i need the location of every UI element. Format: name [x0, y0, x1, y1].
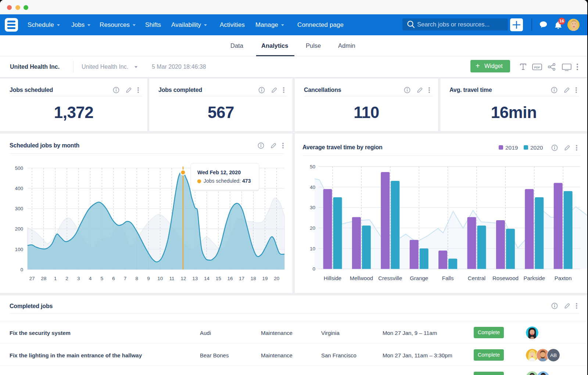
svg-text:13: 13: [192, 276, 198, 281]
svg-text:27: 27: [29, 276, 35, 281]
svg-text:Parkside: Parkside: [524, 275, 545, 281]
svg-text:Wed Feb 12, 2020: Wed Feb 12, 2020: [197, 169, 241, 175]
svg-text:500: 500: [15, 165, 23, 171]
svg-text:PDF: PDF: [534, 66, 540, 69]
svg-text:200: 200: [15, 226, 23, 232]
svg-text:18: 18: [251, 276, 256, 281]
svg-text:3: 3: [77, 276, 80, 281]
svg-text:10: 10: [310, 246, 315, 251]
svg-text:Cressville: Cressville: [378, 275, 402, 281]
svg-text:15: 15: [216, 276, 221, 281]
svg-text:Mellwood: Mellwood: [350, 275, 373, 281]
svg-text:14: 14: [204, 276, 210, 281]
svg-text:Central: Central: [468, 275, 485, 281]
svg-text:12: 12: [181, 276, 186, 281]
svg-text:Falls: Falls: [442, 275, 454, 281]
svg-text:2: 2: [65, 276, 68, 281]
svg-text:300: 300: [15, 206, 23, 211]
svg-text:40: 40: [310, 185, 315, 190]
svg-text:Jobs scheduled: 473: Jobs scheduled: 473: [204, 178, 251, 184]
svg-text:Rosewood: Rosewood: [492, 275, 519, 281]
svg-text:11: 11: [169, 276, 174, 281]
svg-text:4: 4: [89, 276, 92, 281]
svg-text:10: 10: [157, 276, 163, 281]
svg-text:50: 50: [310, 164, 315, 169]
svg-text:Paxton: Paxton: [555, 275, 572, 281]
svg-text:1: 1: [54, 276, 57, 281]
svg-text:0: 0: [312, 266, 315, 272]
svg-text:Grange: Grange: [410, 275, 428, 281]
svg-text:19: 19: [262, 276, 268, 281]
svg-text:30: 30: [310, 205, 315, 210]
svg-text:400: 400: [15, 186, 23, 191]
svg-text:20: 20: [310, 225, 315, 231]
svg-text:9: 9: [147, 276, 150, 281]
svg-text:0: 0: [20, 267, 23, 272]
svg-text:17: 17: [239, 276, 244, 281]
svg-text:Hillside: Hillside: [324, 275, 341, 281]
svg-text:6: 6: [112, 276, 115, 281]
svg-text:5: 5: [100, 276, 103, 281]
svg-text:16: 16: [227, 276, 233, 281]
svg-text:28: 28: [41, 276, 46, 281]
svg-text:100: 100: [15, 247, 23, 252]
svg-text:7: 7: [124, 276, 127, 281]
svg-text:8: 8: [136, 276, 139, 281]
svg-text:20: 20: [274, 276, 279, 281]
